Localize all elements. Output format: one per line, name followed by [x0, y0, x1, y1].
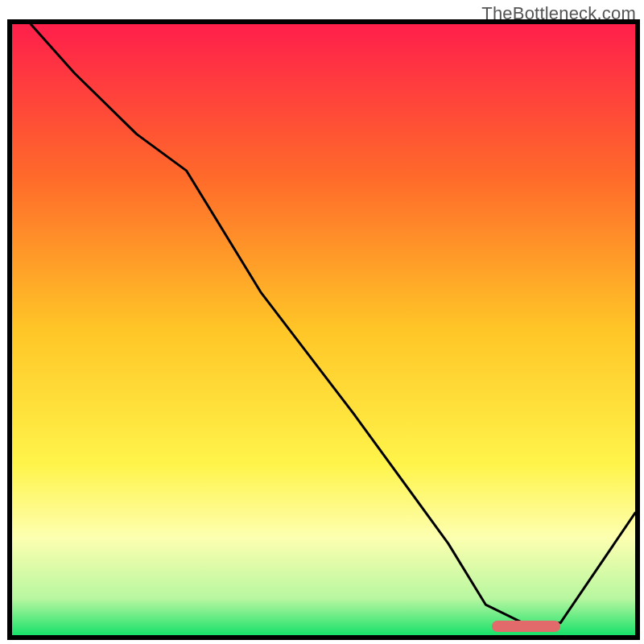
chart-container: TheBottleneck.com	[0, 0, 644, 644]
watermark-text: TheBottleneck.com	[481, 3, 636, 24]
optimal-range-marker	[492, 621, 560, 632]
bottleneck-chart	[0, 0, 644, 644]
chart-background	[12, 24, 635, 635]
